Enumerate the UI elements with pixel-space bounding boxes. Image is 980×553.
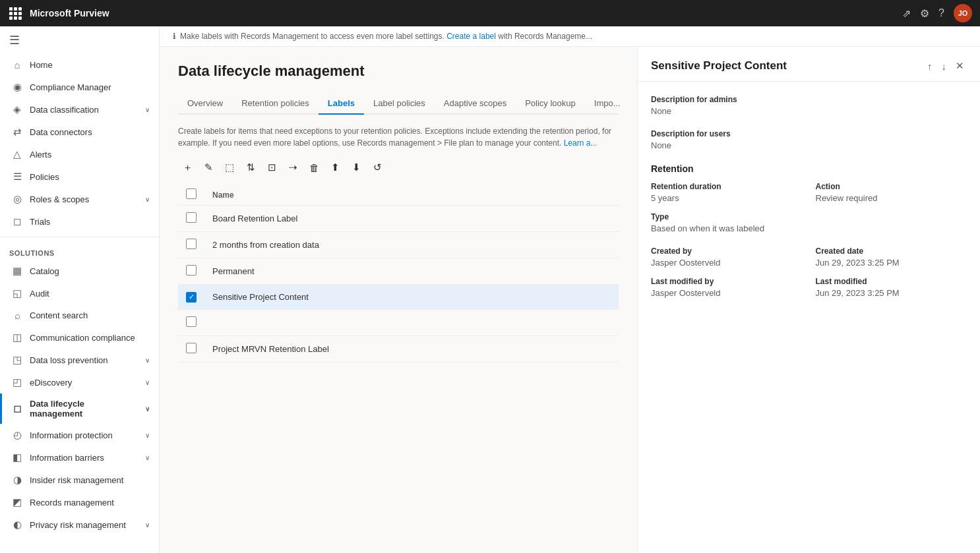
tab-policy-lookup[interactable]: Policy lookup bbox=[516, 93, 585, 115]
info-bar: ℹ Make labels with Records Management to… bbox=[160, 26, 980, 47]
sidebar-item-ediscovery[interactable]: ◰ eDiscovery ∨ bbox=[0, 371, 159, 393]
sidebar-item-insider-risk[interactable]: ◑ Insider risk management bbox=[0, 469, 159, 491]
modified-value: Jun 29, 2023 3:25 PM bbox=[816, 288, 967, 298]
sidebar-label: Audit bbox=[30, 289, 150, 299]
sidebar-label: Records management bbox=[30, 498, 150, 508]
sidebar-label: Alerts bbox=[30, 150, 150, 160]
sidebar: ☰ ⌂ Home ◉ Compliance Manager ◈ Data cla… bbox=[0, 26, 160, 553]
refresh-button[interactable]: ↺ bbox=[368, 158, 386, 177]
sidebar-item-roles-scopes[interactable]: ◎ Roles & scopes ∨ bbox=[0, 188, 159, 210]
table-row[interactable]: ✓ Sensitive Project Content bbox=[178, 285, 619, 310]
sidebar-item-communication-compliance[interactable]: ◫ Communication compliance bbox=[0, 326, 159, 349]
hamburger-menu[interactable]: ☰ bbox=[0, 26, 159, 54]
apps-icon[interactable] bbox=[8, 6, 23, 21]
sidebar-label: Data classification bbox=[30, 105, 138, 115]
settings-icon[interactable]: ⚙ bbox=[920, 7, 929, 20]
sidebar-label: Catalog bbox=[30, 266, 150, 276]
sidebar-item-information-protection[interactable]: ◴ Information protection ∨ bbox=[0, 424, 159, 446]
nav-down-button[interactable]: ↓ bbox=[939, 58, 950, 74]
avatar[interactable]: JO bbox=[954, 4, 972, 22]
audit-icon: ◱ bbox=[11, 287, 23, 299]
retention-section-title: Retention bbox=[651, 163, 967, 174]
close-button[interactable]: ✕ bbox=[953, 57, 967, 74]
learn-more-link[interactable]: Learn a... bbox=[564, 138, 597, 148]
sidebar-label: Data lifecycle management bbox=[30, 399, 138, 419]
created-date-label: Created date bbox=[816, 247, 967, 256]
row-checkbox[interactable]: ✓ bbox=[186, 292, 197, 303]
row-checkbox[interactable] bbox=[186, 239, 197, 249]
sidebar-item-data-lifecycle[interactable]: ◻ Data lifecycle management ∨ bbox=[0, 393, 159, 424]
sidebar-item-data-loss-prevention[interactable]: ◳ Data loss prevention ∨ bbox=[0, 349, 159, 371]
sidebar-item-catalog[interactable]: ▦ Catalog bbox=[0, 260, 159, 282]
topbar-icons: ⇗ ⚙ ? JO bbox=[902, 4, 972, 22]
sidebar-item-compliance-manager[interactable]: ◉ Compliance Manager bbox=[0, 76, 159, 98]
table-row[interactable]: Board Retention Label bbox=[178, 206, 619, 232]
metadata-row-2: Last modified by Jasper Oosterveld Last … bbox=[651, 277, 967, 298]
sidebar-item-content-search[interactable]: ⌕ Content search bbox=[0, 305, 159, 326]
row-checkbox[interactable] bbox=[186, 212, 197, 223]
table-row[interactable]: Project MRVN Retention Label bbox=[178, 335, 619, 362]
sidebar-item-home[interactable]: ⌂ Home bbox=[0, 54, 159, 76]
table-row[interactable]: 2 months from creation data bbox=[178, 232, 619, 258]
auto-apply-button[interactable]: ⬚ bbox=[220, 158, 239, 177]
chevron-down-icon: ∨ bbox=[145, 357, 150, 364]
info-bar-text: Make labels with Records Management to a… bbox=[180, 32, 592, 41]
row-checkbox[interactable] bbox=[186, 343, 197, 353]
retention-row-1: Retention duration 5 years Action Review… bbox=[651, 182, 967, 203]
info-bar-link[interactable]: Create a label bbox=[446, 32, 496, 41]
sidebar-item-information-barriers[interactable]: ◧ Information barriers ∨ bbox=[0, 446, 159, 469]
share-icon[interactable]: ⇗ bbox=[902, 7, 911, 20]
tab-retention-policies[interactable]: Retention policies bbox=[232, 93, 319, 115]
download-button[interactable]: ⬇ bbox=[347, 158, 365, 177]
app-title: Microsoft Purview bbox=[30, 8, 896, 18]
row-checkbox[interactable] bbox=[186, 316, 197, 327]
edit-button[interactable]: ✎ bbox=[199, 158, 218, 177]
sidebar-item-data-connectors[interactable]: ⇄ Data connectors bbox=[0, 121, 159, 143]
help-icon[interactable]: ? bbox=[938, 7, 944, 19]
delete-button[interactable]: 🗑 bbox=[305, 158, 323, 177]
sidebar-label: Content search bbox=[30, 310, 150, 320]
sidebar-label: Information barriers bbox=[30, 453, 138, 463]
nav-up-button[interactable]: ↑ bbox=[925, 58, 935, 74]
copy-button[interactable]: ⊡ bbox=[262, 158, 281, 177]
table-row[interactable] bbox=[178, 309, 619, 335]
insider-risk-icon: ◑ bbox=[11, 474, 23, 486]
sidebar-item-audit[interactable]: ◱ Audit bbox=[0, 282, 159, 305]
sidebar-label: Insider risk management bbox=[30, 475, 150, 485]
sidebar-item-records-management[interactable]: ◩ Records management bbox=[0, 491, 159, 513]
tab-adaptive-scopes[interactable]: Adaptive scopes bbox=[435, 93, 516, 115]
user-desc-value: None bbox=[651, 140, 967, 150]
chevron-down-icon: ∨ bbox=[145, 454, 150, 461]
label-name: Project MRVN Retention Label bbox=[204, 335, 619, 362]
table-row[interactable]: Permanent bbox=[178, 258, 619, 285]
tab-overview[interactable]: Overview bbox=[178, 93, 232, 115]
sidebar-item-policies[interactable]: ☰ Policies bbox=[0, 165, 159, 188]
sidebar-item-data-classification[interactable]: ◈ Data classification ∨ bbox=[0, 98, 159, 121]
sidebar-item-trials[interactable]: ◻ Trials bbox=[0, 210, 159, 233]
sidebar-label: Data loss prevention bbox=[30, 355, 138, 365]
retention-duration-value: 5 years bbox=[651, 193, 803, 203]
sidebar-label: Home bbox=[30, 60, 150, 70]
sidebar-label: Roles & scopes bbox=[30, 194, 138, 204]
home-icon: ⌂ bbox=[11, 59, 23, 71]
publish-button[interactable]: ⇅ bbox=[241, 158, 260, 177]
tab-label-policies[interactable]: Label policies bbox=[364, 93, 435, 115]
select-all-checkbox[interactable] bbox=[186, 189, 197, 199]
row-checkbox[interactable] bbox=[186, 265, 197, 276]
tab-labels[interactable]: Labels bbox=[319, 93, 364, 115]
sidebar-item-privacy-risk[interactable]: ◐ Privacy risk management ∨ bbox=[0, 513, 159, 536]
sidebar-item-alerts[interactable]: △ Alerts bbox=[0, 143, 159, 165]
catalog-icon: ▦ bbox=[11, 265, 23, 277]
admin-desc-value: None bbox=[651, 106, 967, 116]
sidebar-label: Trials bbox=[30, 217, 150, 227]
move-button[interactable]: ⇢ bbox=[284, 158, 302, 177]
trials-icon: ◻ bbox=[11, 216, 23, 227]
retention-action-field: Action Review required bbox=[816, 182, 967, 203]
add-button[interactable]: ＋ bbox=[178, 158, 197, 177]
chevron-down-icon: ∨ bbox=[145, 405, 150, 413]
name-column-header: Name bbox=[204, 185, 619, 206]
label-name: Board Retention Label bbox=[204, 206, 619, 232]
tab-import[interactable]: Impo... bbox=[585, 93, 630, 115]
info-icon: ℹ bbox=[173, 32, 176, 41]
upload-button[interactable]: ⬆ bbox=[326, 158, 344, 177]
